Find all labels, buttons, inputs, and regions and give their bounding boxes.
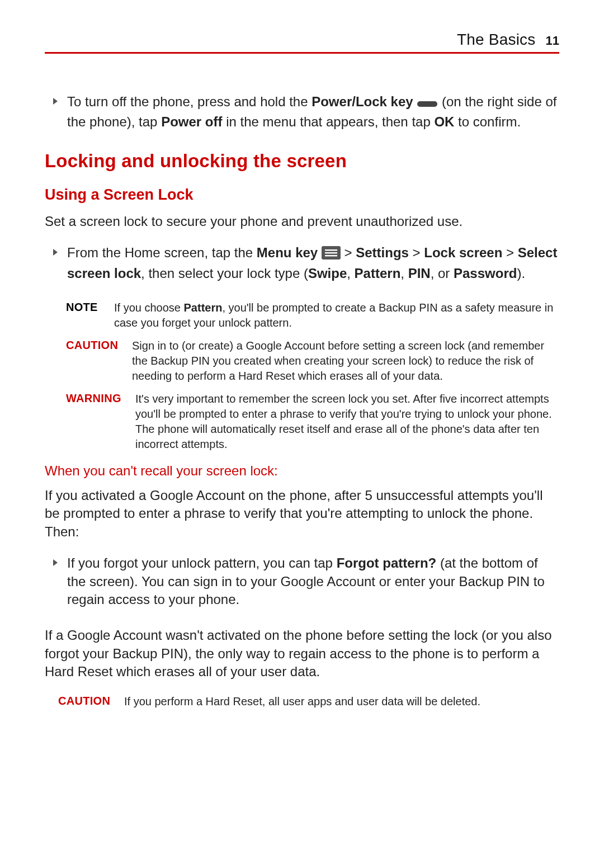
no-google-para: If a Google Account wasn't activated on … <box>45 626 559 681</box>
page-root: The Basics 11 To turn off the phone, pre… <box>0 0 604 868</box>
bsl-mid: , then select your lock type ( <box>141 266 308 281</box>
heading-cant-recall: When you can't recall your screen lock: <box>45 463 559 479</box>
bsl-tail: ). <box>517 266 525 281</box>
callout-caution-1: CAUTION Sign in to (or create) a Google … <box>66 338 559 384</box>
bullet-arrow-icon <box>51 248 59 256</box>
header-page-number: 11 <box>546 34 559 48</box>
forgot-pattern-label: Forgot pattern? <box>337 555 437 570</box>
header-row: The Basics 11 <box>45 31 559 54</box>
screen-lock-intro: Set a screen lock to secure your phone a… <box>45 213 559 230</box>
svg-rect-0 <box>417 101 437 107</box>
bullet-power-off-pre: To turn off the phone, press and hold th… <box>67 94 312 109</box>
bullet-arrow-icon <box>51 97 59 105</box>
note-pre: If you choose <box>114 301 184 314</box>
heading-locking-unlocking: Locking and unlocking the screen <box>45 150 559 172</box>
bullet-arrow-icon <box>51 559 59 567</box>
bsl-gt1: > <box>341 245 356 260</box>
settings-label: Settings <box>356 245 409 260</box>
ok-label: OK <box>434 114 454 129</box>
power-lock-key-icon <box>417 95 438 113</box>
header-section-label: The Basics <box>457 31 536 49</box>
bullet-screen-lock: From the Home screen, tap the Menu key >… <box>51 244 559 282</box>
bsl-c2: , <box>400 266 408 281</box>
pattern-label: Pattern <box>355 266 401 281</box>
note-pattern-bold: Pattern <box>184 301 223 314</box>
callout-warning: WARNING It's very important to remember … <box>66 391 559 452</box>
note-text: If you choose Pattern, you'll be prompte… <box>114 300 559 331</box>
bsl-c1: , <box>347 266 354 281</box>
bfp-pre: If you forgot your unlock pattern, you c… <box>67 555 337 570</box>
bsl-or: , or <box>431 266 454 281</box>
menu-key-icon <box>322 246 341 264</box>
power-off-label: Power off <box>161 114 222 129</box>
pin-label: PIN <box>408 266 431 281</box>
caution2-text: If you perform a Hard Reset, all user ap… <box>124 694 480 709</box>
caution-label: CAUTION <box>66 338 122 352</box>
lock-screen-label: Lock screen <box>424 245 502 260</box>
menu-key-label: Menu key <box>257 245 322 260</box>
callout-note: NOTE If you choose Pattern, you'll be pr… <box>66 300 559 331</box>
bsl-gt3: > <box>502 245 517 260</box>
bullet-forgot-pattern-text: If you forgot your unlock pattern, you c… <box>67 554 559 608</box>
bullet-power-off-text: To turn off the phone, press and hold th… <box>67 93 559 131</box>
bullet-power-off: To turn off the phone, press and hold th… <box>51 93 559 131</box>
callout-caution-2: CAUTION If you perform a Hard Reset, all… <box>58 694 559 709</box>
power-lock-key-label: Power/Lock key <box>312 94 417 109</box>
warning-label: WARNING <box>66 391 125 405</box>
heading-using-screen-lock: Using a Screen Lock <box>45 186 559 204</box>
recall-intro: If you activated a Google Account on the… <box>45 487 559 541</box>
password-label: Password <box>454 266 517 281</box>
bullet-power-off-tail: to confirm. <box>454 114 521 129</box>
caution1-text: Sign in to (or create) a Google Account … <box>132 338 559 384</box>
bullet-screen-lock-text: From the Home screen, tap the Menu key >… <box>67 244 559 282</box>
note-label: NOTE <box>66 300 104 314</box>
bullet-power-off-mid2: in the menu that appears, then tap <box>222 114 434 129</box>
caution2-label: CAUTION <box>58 694 114 707</box>
warning-text: It's very important to remember the scre… <box>135 391 559 452</box>
svg-rect-3 <box>325 252 337 253</box>
svg-rect-4 <box>325 255 337 256</box>
bsl-gt2: > <box>409 245 424 260</box>
svg-rect-2 <box>325 249 337 251</box>
bsl-pre: From the Home screen, tap the <box>67 245 257 260</box>
bullet-forgot-pattern: If you forgot your unlock pattern, you c… <box>51 554 559 608</box>
swipe-label: Swipe <box>308 266 347 281</box>
